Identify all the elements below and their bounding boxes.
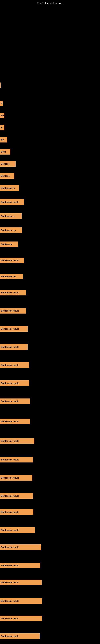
bottleneck-bar: Bottleneck result <box>0 258 24 263</box>
bottleneck-bar: Bottleneck result <box>0 418 30 424</box>
bottleneck-bar: Bottleneck re <box>0 213 22 219</box>
bottleneck-bar: Bottleneck result <box>0 616 42 621</box>
bottleneck-bar: Bottleneck result <box>0 438 34 444</box>
bottleneck-bar: Bottleneck result <box>0 475 32 480</box>
bottleneck-bar: Bottleneck result <box>0 199 24 205</box>
bottleneck-bar: Bottleneck result <box>0 290 26 296</box>
bottleneck-bar: Bottlene <box>0 161 16 167</box>
bottleneck-bar: Bottleneck result <box>0 633 40 639</box>
bottleneck-bar: Bottleneck res <box>0 228 22 233</box>
bottleneck-bar: Bottleneck result <box>0 563 40 568</box>
bottleneck-bar: Bottleneck result <box>0 527 35 533</box>
bottleneck-bar: Bottleneck result <box>0 580 42 585</box>
bottleneck-bar: Bottleneck <box>0 242 18 247</box>
bottleneck-bar: Bottleneck result <box>0 398 30 404</box>
bottleneck-bar: Bottleneck result <box>0 544 41 550</box>
bottleneck-bar: Bo <box>0 113 4 118</box>
bottleneck-bar: Bottleneck result <box>0 457 33 462</box>
bottleneck-bar: Bottleneck result <box>0 308 26 314</box>
bottleneck-bar: B <box>0 100 3 106</box>
bottleneck-bar: Bottleneck res <box>0 274 23 279</box>
bottleneck-bar: Bo <box>0 137 7 142</box>
bottleneck-bar: Bottleneck result <box>0 509 33 515</box>
bottleneck-bar: Bottleneck result <box>0 380 29 386</box>
bottleneck-bar: Bottleneck result <box>0 326 28 332</box>
bottleneck-bar: B <box>0 125 4 130</box>
bottleneck-bar: Bottleneck result <box>0 493 33 499</box>
bottleneck-bar <box>0 82 0 88</box>
bottleneck-bar: Bottleneck result <box>0 344 28 350</box>
bottleneck-bar: Bottleneck result <box>0 598 42 604</box>
bottleneck-bar: Bottlene <box>0 173 14 179</box>
bottleneck-bar: Bottleneck re <box>0 185 19 191</box>
bottleneck-bar: Bottleneck result <box>0 362 29 368</box>
bottleneck-bar: Bottl <box>0 149 10 154</box>
site-title: TheBottlenecker.com <box>37 2 63 5</box>
